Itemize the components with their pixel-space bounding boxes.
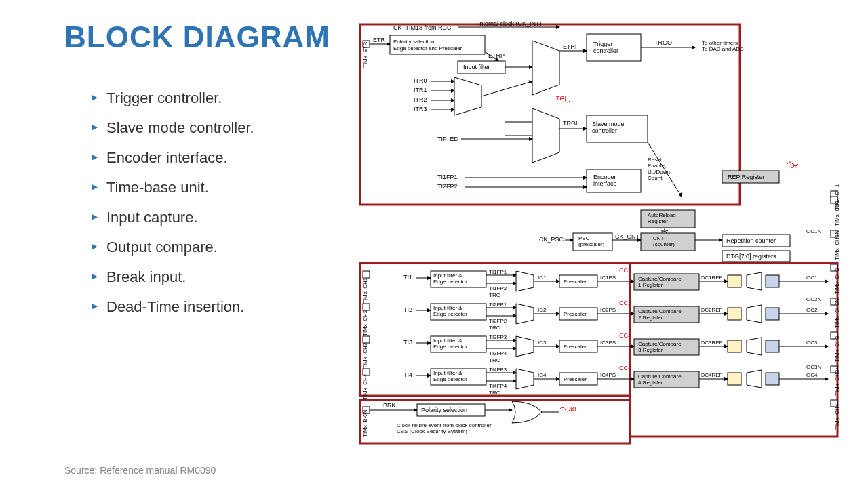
bullet-item: Dead-Time insertion. — [92, 298, 254, 316]
svg-line-26 — [481, 81, 532, 96]
svg-text:IC3PS: IC3PS — [600, 340, 616, 346]
svg-text:TIMx_CH1: TIMx_CH1 — [362, 277, 368, 304]
svg-rect-103 — [766, 275, 779, 287]
svg-text:DTG[7:0] registers: DTG[7:0] registers — [726, 253, 776, 260]
svg-text:Prescaler: Prescaler — [564, 376, 587, 382]
svg-text:IC2PS: IC2PS — [600, 307, 616, 313]
svg-marker-141 — [516, 336, 534, 357]
svg-text:TI1: TI1 — [403, 274, 412, 281]
svg-text:TI4FP3: TI4FP3 — [489, 367, 507, 373]
svg-text:TI1FP1: TI1FP1 — [489, 269, 507, 275]
bullet-item: Break input. — [92, 268, 254, 286]
svg-marker-128 — [747, 305, 762, 323]
svg-text:TI1FP2: TI1FP2 — [489, 285, 507, 291]
svg-text:ITR3: ITR3 — [414, 106, 427, 113]
svg-marker-154 — [747, 338, 762, 355]
svg-text:TI3FP4: TI3FP4 — [489, 350, 507, 357]
svg-text:Input filter &Edge detector: Input filter &Edge detector — [433, 305, 467, 317]
svg-text:TIMx_CH3: TIMx_CH3 — [834, 336, 840, 362]
itr-group: ITR0 ITR1 ITR2 ITR3 — [414, 77, 532, 115]
bullet-item: Encoder interface. — [92, 149, 254, 167]
svg-rect-179 — [728, 373, 741, 385]
svg-text:Input filter &Edge detector: Input filter &Edge detector — [433, 272, 467, 285]
svg-marker-32 — [532, 108, 559, 163]
svg-rect-129 — [766, 308, 779, 320]
svg-text:TI3FP3: TI3FP3 — [489, 334, 507, 340]
svg-text:TIF_ED: TIF_ED — [437, 136, 459, 142]
svg-text:Input filter &Edge detector: Input filter &Edge detector — [433, 338, 467, 350]
svg-text:BRK: BRK — [383, 402, 396, 409]
svg-text:OC2: OC2 — [806, 307, 818, 313]
label: TIMx_ETR — [362, 42, 368, 68]
source-text: Source: Reference manual RM0090 — [64, 465, 216, 476]
svg-text:OC3: OC3 — [806, 340, 818, 346]
svg-text:To other timersTo DAC and ADC: To other timersTo DAC and ADC — [702, 40, 744, 52]
svg-text:TI4FP4: TI4FP4 — [489, 383, 507, 389]
svg-text:TIMx_BKIN: TIMx_BKIN — [362, 409, 368, 437]
svg-text:Input filter &Edge detector: Input filter &Edge detector — [433, 370, 467, 382]
bullet-item: Input capture. — [92, 209, 254, 226]
svg-text:TI3: TI3 — [403, 339, 412, 346]
svg-text:CK_TIM18 from RCC: CK_TIM18 from RCC — [393, 24, 452, 31]
svg-text:Prescaler: Prescaler — [564, 311, 587, 317]
svg-text:OC3N: OC3N — [806, 364, 821, 370]
svg-text:Prescaler: Prescaler — [564, 279, 587, 285]
block-diagram: TIMx_ETR ETR Polarity selection,Edge det… — [356, 20, 844, 454]
svg-rect-155 — [766, 340, 779, 352]
svg-text:TIMx_CH3: TIMx_CH3 — [362, 342, 368, 369]
svg-text:TI2FP1: TI2FP1 — [489, 302, 507, 308]
svg-text:TI2FP2: TI2FP2 — [437, 183, 458, 190]
svg-text:OC1: OC1 — [806, 274, 818, 281]
svg-text:OC3REF: OC3REF — [701, 340, 723, 346]
svg-text:TI2: TI2 — [403, 306, 412, 313]
svg-text:TIMx_CH2N: TIMx_CH2N — [834, 298, 840, 328]
svg-text:Clock failure event from clock: Clock failure event from clock controlle… — [397, 422, 492, 434]
svg-text:ITR2: ITR2 — [414, 96, 427, 103]
svg-text:TI1FP1: TI1FP1 — [437, 174, 458, 180]
svg-text:IC3: IC3 — [538, 340, 547, 346]
svg-text:OC2N: OC2N — [806, 296, 821, 302]
svg-text:Encoderinterface: Encoderinterface — [593, 174, 617, 187]
svg-text:TI2FP2: TI2FP2 — [489, 318, 507, 324]
svg-text:CC1: CC1 — [619, 267, 631, 274]
svg-text:CC2: CC2 — [619, 300, 631, 306]
svg-text:TIMx_CH1N: TIMx_CH1N — [834, 230, 840, 260]
svg-text:Input filter: Input filter — [463, 64, 490, 70]
bullet-item: Output compare. — [92, 239, 254, 256]
svg-rect-127 — [728, 308, 741, 320]
bullet-item: Slave mode controller. — [92, 119, 254, 137]
svg-text:TRC: TRC — [489, 390, 500, 396]
svg-text:TIMx_CH4: TIMx_CH4 — [834, 403, 840, 430]
svg-text:OC4: OC4 — [806, 372, 818, 378]
svg-text:Internal clock (CK_INT): Internal clock (CK_INT) — [478, 20, 542, 27]
ch-pins-left: TIMx_CH1 TIMx_CH2 TIMx_CH3 TIMx_CH4 — [362, 271, 370, 400]
svg-text:OC4REF: OC4REF — [701, 372, 723, 378]
svg-text:IC4PS: IC4PS — [600, 372, 616, 378]
svg-text:OC1N: OC1N — [806, 228, 821, 235]
svg-text:TRC: TRC — [489, 292, 500, 298]
svg-text:TRGI: TRGI — [563, 120, 578, 127]
svg-text:Reset,Enable,Up/Down,Count: Reset,Enable,Up/Down,Count — [648, 157, 671, 181]
svg-text:IC2: IC2 — [538, 307, 547, 313]
svg-text:TIMx_CH3N: TIMx_CH3N — [834, 366, 840, 396]
svg-text:ETR: ETR — [373, 37, 386, 43]
svg-rect-153 — [728, 340, 741, 352]
svg-text:IC1PS: IC1PS — [600, 274, 616, 281]
svg-text:REP Register: REP Register — [728, 174, 764, 180]
svg-rect-76 — [363, 336, 370, 343]
svg-marker-25 — [454, 77, 481, 115]
svg-text:Polarity selection: Polarity selection — [421, 407, 467, 413]
svg-rect-74 — [363, 304, 370, 310]
svg-marker-14 — [532, 41, 559, 95]
svg-text:Prescaler: Prescaler — [564, 344, 587, 350]
svg-marker-180 — [747, 370, 762, 388]
svg-text:TIMx_CH2: TIMx_CH2 — [834, 268, 840, 294]
svg-text:CC4: CC4 — [619, 365, 631, 371]
svg-text:CK_CNT: CK_CNT — [615, 233, 640, 240]
svg-text:OC1REF: OC1REF — [701, 274, 723, 281]
svg-rect-181 — [766, 373, 779, 385]
svg-text:ETRF: ETRF — [563, 43, 579, 50]
svg-marker-102 — [747, 272, 762, 290]
page-title: BLOCK DIAGRAM — [64, 20, 330, 54]
svg-text:TRGO: TRGO — [654, 39, 672, 46]
